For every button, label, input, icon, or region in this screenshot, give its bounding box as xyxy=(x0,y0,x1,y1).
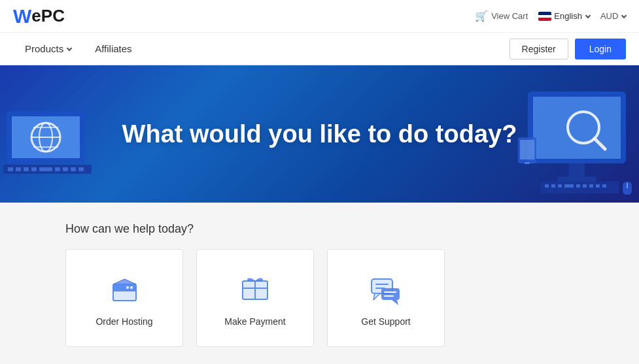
top-right-actions: 🛒 View Cart English AUD xyxy=(475,10,626,22)
register-button[interactable]: Register xyxy=(509,39,568,59)
get-support-label: Get Support xyxy=(361,316,411,327)
svg-point-43 xyxy=(126,286,129,289)
svg-marker-53 xyxy=(392,300,398,305)
svg-rect-29 xyxy=(558,184,562,188)
hero-headline: What would you like to do today? xyxy=(122,120,517,148)
svg-rect-10 xyxy=(24,167,29,171)
svg-rect-11 xyxy=(31,167,37,171)
svg-marker-51 xyxy=(373,293,380,300)
make-payment-label: Make Payment xyxy=(224,316,285,327)
chevron-down-icon xyxy=(585,12,591,18)
svg-rect-30 xyxy=(564,184,574,188)
order-hosting-label: Order Hosting xyxy=(95,316,152,327)
nav-left: Products Affiliates xyxy=(13,34,144,63)
make-payment-icon xyxy=(235,269,275,308)
chevron-down-icon-products xyxy=(67,45,72,50)
login-button[interactable]: Login xyxy=(575,39,626,59)
section-title: How can we help today? xyxy=(65,222,574,236)
language-selector[interactable]: English xyxy=(538,11,590,21)
svg-rect-12 xyxy=(39,167,52,171)
svg-rect-52 xyxy=(381,288,400,300)
svg-rect-33 xyxy=(589,184,593,188)
products-label: Products xyxy=(25,43,63,54)
svg-rect-34 xyxy=(596,184,600,188)
chevron-down-icon-currency xyxy=(621,13,627,18)
view-cart-label: View Cart xyxy=(491,11,528,21)
cards-row: Order Hosting Make Payment xyxy=(65,249,574,347)
svg-rect-8 xyxy=(8,167,13,171)
svg-rect-13 xyxy=(55,167,60,171)
svg-rect-22 xyxy=(557,176,596,182)
svg-rect-27 xyxy=(545,184,549,188)
affiliates-label: Affiliates xyxy=(95,43,131,54)
currency-label: AUD xyxy=(600,11,618,21)
flag-english-icon xyxy=(538,12,551,21)
svg-rect-28 xyxy=(551,184,555,188)
view-cart-button[interactable]: 🛒 View Cart xyxy=(475,10,528,22)
svg-rect-9 xyxy=(16,167,21,171)
nav-right: Register Login xyxy=(509,39,626,59)
svg-rect-25 xyxy=(525,162,530,164)
top-bar: WePC 🛒 View Cart English AUD xyxy=(0,0,639,33)
svg-rect-16 xyxy=(78,167,84,171)
currency-selector[interactable]: AUD xyxy=(600,11,626,21)
hero-banner: What would you like to do today? xyxy=(0,65,639,203)
hero-monitor-illustration xyxy=(515,85,639,203)
svg-marker-44 xyxy=(113,279,136,284)
nav-bar: Products Affiliates Register Login xyxy=(0,33,639,65)
svg-rect-18 xyxy=(533,97,621,159)
get-support-card[interactable]: Get Support xyxy=(327,249,445,347)
nav-item-affiliates[interactable]: Affiliates xyxy=(83,34,143,63)
svg-rect-32 xyxy=(583,184,587,188)
logo-rest: ePC xyxy=(31,6,65,26)
svg-rect-31 xyxy=(576,184,580,188)
get-support-icon xyxy=(366,269,406,308)
order-hosting-icon xyxy=(105,269,144,308)
logo-w: W xyxy=(13,5,31,27)
svg-rect-21 xyxy=(569,163,585,176)
language-label: English xyxy=(554,11,582,21)
svg-rect-15 xyxy=(71,167,76,171)
order-hosting-card[interactable]: Order Hosting xyxy=(65,249,183,347)
logo[interactable]: WePC xyxy=(13,5,65,27)
svg-point-42 xyxy=(130,286,133,289)
make-payment-card[interactable]: Make Payment xyxy=(196,249,314,347)
svg-rect-14 xyxy=(63,167,68,171)
cart-icon: 🛒 xyxy=(475,10,488,22)
svg-rect-35 xyxy=(602,184,606,188)
main-content: How can we help today? Orde xyxy=(0,203,639,364)
svg-rect-24 xyxy=(520,140,534,159)
hero-laptop-illustration xyxy=(0,85,111,203)
nav-item-products[interactable]: Products xyxy=(13,34,83,63)
